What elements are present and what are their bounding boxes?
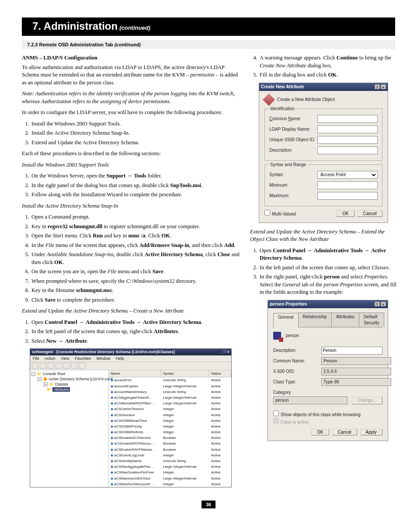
menu-help[interactable]: Help <box>116 356 124 361</box>
list-item: Click Save to complete the procedure. <box>31 296 240 304</box>
common-name-input[interactable] <box>317 115 378 123</box>
tab-attributes[interactable]: Attributes <box>331 313 359 327</box>
table-row[interactable]: ◆ aCSMaximumSDUSizeLarge Integer/Interva… <box>109 476 231 481</box>
anms-heading: ANMS – LDAP/S Configuration <box>22 54 240 62</box>
extend-heading: Extend and Update the Active Directory S… <box>22 307 240 315</box>
chapter-header: 7. Administration (continued) <box>22 17 395 36</box>
apply-button[interactable]: Apply <box>360 429 382 435</box>
list-item: Install the Active Directory Schema Snap… <box>31 129 240 137</box>
tabs: General Relationship Attributes Default … <box>273 313 382 327</box>
table-row[interactable]: ◆ accessPortUnicode StringActive <box>109 377 231 383</box>
ok-button[interactable]: OK <box>311 429 329 435</box>
ok-button[interactable]: OK <box>337 210 354 217</box>
table-row[interactable]: ◆ aCSEventLogLevelIntegerActive <box>109 452 231 458</box>
list-item: In the left panel of the screen that com… <box>259 264 397 272</box>
menu-favorites[interactable]: Favorites <box>75 356 91 361</box>
tab-general[interactable]: General <box>273 313 299 327</box>
list-item: In the left panel of the screen that com… <box>31 328 240 336</box>
multivalued-checkbox[interactable] <box>264 210 270 216</box>
tree-ad[interactable]: Active Directory Schema [LDAP.tr.com] <box>49 377 113 381</box>
close-icon[interactable]: × <box>381 302 386 306</box>
properties-icon[interactable] <box>56 363 62 369</box>
install-snapin-heading: Install the Active Directory Schema Snap… <box>22 202 240 210</box>
dialog-titlebar: Create New Attribute ? × <box>259 83 388 91</box>
maximum-input[interactable] <box>317 192 378 200</box>
col-syntax[interactable]: Syntax <box>161 370 209 377</box>
table-row[interactable]: ◆ accountNameHistoryUnicode StringActive <box>109 389 231 395</box>
mmc-screenshot: schmmgmt - [Console Root\Active Director… <box>30 348 232 487</box>
show-objects-checkbox[interactable] <box>273 410 279 416</box>
list-item: Open Control Panel → Administrative Tool… <box>259 247 397 262</box>
col-status[interactable]: Status <box>209 370 231 377</box>
cancel-button[interactable]: Cancel <box>358 210 382 217</box>
tree-attributes[interactable]: Attributes <box>52 387 70 392</box>
extend2-list: Open Control Panel → Administrative Tool… <box>250 247 397 296</box>
refresh-icon[interactable] <box>63 363 70 369</box>
table-row[interactable]: ◆ aCSEnableACSServiceBooleanActive <box>109 435 231 441</box>
mmc-list[interactable]: Name Syntax Status ◆ accessPortUnicode S… <box>109 370 231 487</box>
maximize-icon[interactable]: □ <box>224 350 226 354</box>
mmc-tree[interactable]: −📁 Console Root −🔶 Active Directory Sche… <box>30 370 109 487</box>
back-icon[interactable] <box>32 363 38 369</box>
tab-default-security[interactable]: Default Security <box>359 313 384 327</box>
list-item: Select New → Attribute. <box>31 337 240 345</box>
unique-oid-input[interactable] <box>317 136 378 144</box>
maximum-label: Maximum: <box>269 193 317 199</box>
tree-classes[interactable]: Classes <box>55 382 68 386</box>
forward-icon[interactable] <box>40 363 46 369</box>
close-icon[interactable]: × <box>381 84 386 89</box>
up-icon[interactable] <box>48 363 54 369</box>
intro-para-2: In order to configure the LDAP server, y… <box>22 109 240 117</box>
note-paragraph: Note: Authentication refers to the ident… <box>22 90 240 105</box>
menu-file[interactable]: File <box>33 356 39 361</box>
common-name-value: Person <box>321 357 391 365</box>
list-item: In the right panel, right-click person a… <box>259 273 397 296</box>
tab-relationship[interactable]: Relationship <box>298 313 332 327</box>
list-item: Install the Windows 2003 Support Tools. <box>31 120 240 128</box>
tree-root[interactable]: Console Root <box>42 372 65 376</box>
menu-view[interactable]: View <box>61 356 69 361</box>
table-row[interactable]: ◆ aCSMaxDurationPerFlowIntegerActive <box>109 469 231 475</box>
class-active-label: Class is active <box>273 420 309 424</box>
table-row[interactable]: ◆ aCSMaxAggregatePea…Large Integer/Inter… <box>109 464 231 469</box>
cancel-button[interactable]: Cancel <box>332 429 357 435</box>
close-icon[interactable]: × <box>227 350 229 354</box>
ldap-display-label: LDAP Display Name: <box>269 126 317 132</box>
syntax-select[interactable]: Access Point <box>317 171 378 179</box>
class-label: person <box>286 333 299 337</box>
table-row[interactable]: ◆ aCSEnableRSVPAccou…BooleanActive <box>109 441 231 446</box>
table-row[interactable]: ◆ aCSDSBMPriorityIntegerActive <box>109 424 231 429</box>
table-row[interactable]: ◆ aCSIdentityNameUnicode StringActive <box>109 458 231 464</box>
common-name-label: Common Name: <box>269 116 317 122</box>
export-icon[interactable] <box>71 363 77 369</box>
table-row[interactable]: ◆ aCSAggregateTokenR…Large Integer/Inter… <box>109 395 231 400</box>
oid-label: X.500 OID: <box>273 369 321 375</box>
table-row[interactable]: ◆ aCSDSBMRefreshIntegerActive <box>109 429 231 435</box>
mmc-list-header: Name Syntax Status <box>109 370 231 377</box>
table-row[interactable]: ◆ aCSMaxNoOfAccountF…IntegerActive <box>109 481 231 487</box>
menu-action[interactable]: Action <box>45 356 56 361</box>
description-input[interactable] <box>317 146 378 154</box>
identification-group: Identification Common Name: LDAP Display… <box>264 108 382 161</box>
help-icon[interactable]: ? <box>375 302 380 306</box>
menu-window[interactable]: Window <box>96 356 110 361</box>
show-objects-label: Show objects of this class while browsin… <box>273 412 361 417</box>
table-row[interactable]: ◆ aCSAllocableRSVPBan…Large Integer/Inte… <box>109 400 231 406</box>
table-row[interactable]: ◆ accountExpiresLarge Integer/IntervalAc… <box>109 383 231 389</box>
col-name[interactable]: Name <box>109 370 161 377</box>
help-icon[interactable] <box>79 363 85 369</box>
help-icon[interactable]: ? <box>375 84 380 89</box>
dialog-title: person Properties <box>270 301 307 307</box>
diamond-icon <box>263 93 275 105</box>
minimize-icon[interactable]: _ <box>220 350 222 354</box>
dialog-titlebar: person Properties ? × <box>268 300 388 308</box>
description-input[interactable] <box>321 347 382 355</box>
table-row[interactable]: ◆ aCSCacheTimeoutIntegerActive <box>109 406 231 412</box>
table-row[interactable]: ◆ aCSDSBMDeadTimeIntegerActive <box>109 418 231 424</box>
table-row[interactable]: ◆ aCSEnableRSVPMessa…BooleanActive <box>109 447 231 452</box>
change-button[interactable]: Change... <box>352 396 382 404</box>
table-row[interactable]: ◆ aCSDirectionIntegerActive <box>109 412 231 418</box>
sub-number: 7.2.3 <box>27 42 38 47</box>
ldap-display-input[interactable] <box>317 125 378 133</box>
minimum-input[interactable] <box>317 181 378 189</box>
